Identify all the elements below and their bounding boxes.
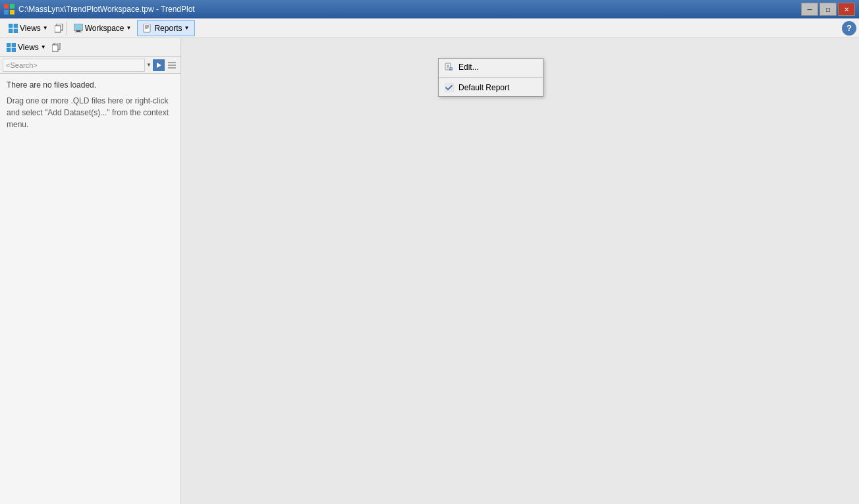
- copy-view-button[interactable]: [54, 23, 65, 34]
- svg-rect-23: [52, 45, 58, 51]
- menu-separator-1: [66, 22, 67, 35]
- panel-toolbar: Views ▼: [0, 38, 180, 57]
- svg-rect-1: [10, 4, 14, 9]
- workspace-menu-arrow: ▼: [126, 25, 132, 31]
- title-bar-buttons: ─ □ ✕: [801, 3, 855, 16]
- svg-rect-0: [4, 4, 9, 9]
- svg-rect-5: [14, 24, 18, 28]
- svg-rect-4: [9, 24, 13, 28]
- svg-rect-32: [449, 67, 453, 70]
- svg-rect-13: [75, 32, 82, 32]
- main-content: Views ▼ ▼: [0, 38, 859, 504]
- search-go-button[interactable]: [153, 59, 165, 71]
- reports-menu-label: Reports: [154, 24, 182, 33]
- svg-rect-7: [14, 29, 18, 33]
- views-menu-icon: [9, 24, 18, 33]
- svg-rect-2: [4, 10, 9, 14]
- views-menu-label: Views: [20, 24, 41, 33]
- svg-rect-9: [55, 26, 61, 32]
- minimize-button[interactable]: ─: [801, 3, 818, 16]
- left-panel: Views ▼ ▼: [0, 38, 181, 504]
- svg-rect-6: [9, 29, 13, 33]
- workspace-menu-icon: [74, 24, 83, 33]
- reports-menu-icon: [143, 24, 152, 33]
- reports-dropdown-menu: Edit... Default Report: [438, 58, 543, 97]
- workspace-menu-label: Workspace: [85, 24, 125, 33]
- panel-copy-button[interactable]: [51, 42, 62, 53]
- panel-views-icon: [7, 43, 16, 52]
- views-menu[interactable]: Views ▼: [3, 20, 54, 36]
- search-list-button[interactable]: [166, 59, 178, 71]
- app-icon: [4, 4, 14, 14]
- svg-rect-21: [12, 48, 16, 52]
- panel-views-label: Views: [18, 43, 39, 52]
- reports-menu-arrow: ▼: [184, 25, 189, 31]
- title-bar: C:\MassLynx\TrendPlotWorkspace.tpw - Tre…: [0, 0, 859, 18]
- svg-rect-12: [76, 30, 80, 32]
- svg-marker-24: [157, 63, 161, 68]
- svg-rect-19: [12, 43, 16, 47]
- panel-empty-desc: Drag one or more .QLD files here or righ…: [7, 95, 174, 130]
- panel-views-arrow: ▼: [41, 44, 46, 50]
- reports-default-report-item[interactable]: Default Report: [439, 79, 543, 96]
- workspace-menu[interactable]: Workspace ▼: [68, 20, 138, 36]
- reports-menu[interactable]: Reports ▼: [137, 20, 195, 36]
- menu-bar: Views ▼ Workspace ▼: [0, 18, 859, 38]
- close-button[interactable]: ✕: [838, 3, 855, 16]
- reports-edit-label: Edit...: [458, 63, 479, 72]
- svg-rect-3: [10, 10, 14, 14]
- svg-rect-18: [7, 43, 11, 47]
- search-bar: ▼: [0, 57, 180, 74]
- search-input[interactable]: [3, 59, 145, 72]
- dropdown-separator: [439, 77, 543, 78]
- panel-views-button[interactable]: Views ▼: [3, 41, 50, 54]
- panel-empty-title: There are no files loaded.: [7, 79, 174, 91]
- default-report-label: Default Report: [458, 83, 509, 92]
- views-menu-arrow: ▼: [43, 25, 48, 31]
- title-bar-text: C:\MassLynx\TrendPlotWorkspace.tpw - Tre…: [18, 5, 801, 14]
- maximize-button[interactable]: □: [819, 3, 837, 16]
- edit-icon: [444, 62, 455, 72]
- svg-rect-20: [7, 48, 11, 52]
- panel-body: There are no files loaded. Drag one or m…: [0, 74, 180, 504]
- default-report-check-icon: [444, 82, 455, 93]
- reports-edit-item[interactable]: Edit...: [439, 59, 543, 76]
- help-button[interactable]: ?: [842, 21, 856, 36]
- search-dropdown-arrow[interactable]: ▼: [146, 62, 152, 68]
- right-panel: Edit... Default Report: [181, 38, 859, 504]
- svg-rect-11: [74, 24, 82, 30]
